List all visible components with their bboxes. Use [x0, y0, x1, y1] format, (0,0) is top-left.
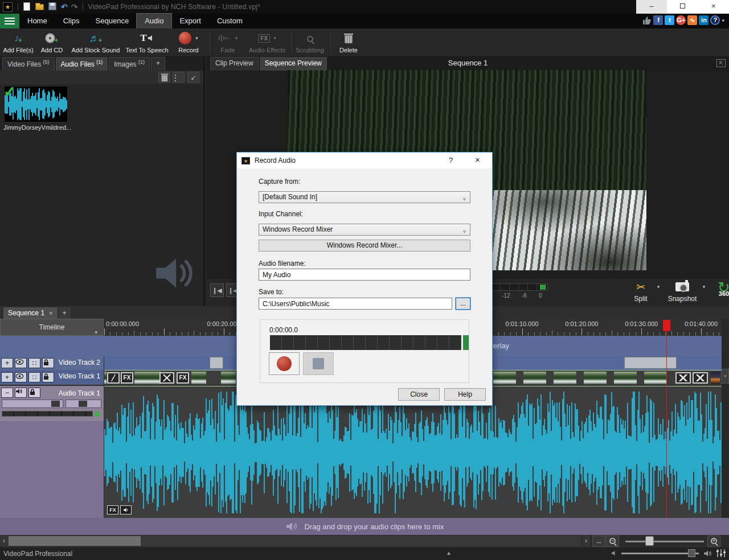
clip-thumbnail[interactable]: [554, 372, 576, 384]
dialog-close-button[interactable]: Close: [398, 388, 440, 401]
capture-from-dropdown[interactable]: [Default Sound In]˅: [259, 191, 470, 203]
volume-min-icon[interactable]: [610, 550, 617, 557]
clip-speaker-badge[interactable]: [120, 505, 132, 514]
nch-icon[interactable]: ∿: [687, 15, 697, 25]
audio-mix-band[interactable]: Drag and drop your audio clips here to m…: [0, 518, 729, 535]
pan-slider[interactable]: [65, 400, 101, 408]
eye-icon[interactable]: [15, 372, 27, 382]
audio-waveform[interactable]: [104, 386, 729, 518]
close-button[interactable]: ×: [698, 0, 729, 14]
bin-delete-icon[interactable]: [158, 72, 170, 83]
track-scroll-down-icon[interactable]: ˅: [722, 369, 729, 384]
tab-video-files[interactable]: Video Files (5): [2, 57, 55, 71]
start-record-button[interactable]: [269, 352, 300, 375]
blend-icon[interactable]: ∷: [28, 358, 40, 368]
add-cd-button[interactable]: + Add CD: [36, 30, 67, 56]
track-vertical-scrollbar[interactable]: [722, 319, 729, 518]
tab-sequence-preview[interactable]: Sequence Preview: [260, 57, 327, 71]
windows-record-mixer-button[interactable]: Windows Record Mixer...: [259, 240, 470, 252]
dialog-close-icon[interactable]: ×: [475, 155, 480, 164]
zoom-slider-handle[interactable]: [645, 536, 654, 546]
lock-icon[interactable]: [28, 388, 40, 398]
add-files-button[interactable]: ♪+ Add File(s): [1, 30, 35, 56]
clip-segment[interactable]: [210, 357, 223, 369]
video-360-button[interactable]: ↻ 360: [712, 279, 729, 302]
fade-in-icon[interactable]: [107, 372, 120, 384]
volume-slider[interactable]: [2, 400, 63, 408]
add-stock-sound-button[interactable]: ♬+ Add Stock Sound: [69, 30, 122, 56]
tab-images[interactable]: Images (1): [109, 57, 150, 71]
undo-icon[interactable]: ↶: [61, 2, 68, 11]
horizontal-scrollbar[interactable]: [8, 536, 581, 546]
zoom-slider[interactable]: [625, 541, 704, 542]
facebook-icon[interactable]: f: [653, 15, 663, 25]
googleplus-icon[interactable]: G+: [676, 15, 686, 25]
fx-badge[interactable]: FX: [121, 372, 133, 384]
caret-down-icon[interactable]: ▾: [722, 18, 724, 23]
mute-speaker-icon[interactable]: [15, 388, 27, 398]
zoom-in-icon[interactable]: +: [707, 536, 720, 547]
tab-clip-preview[interactable]: Clip Preview: [210, 57, 259, 71]
collapse-up-icon[interactable]: ▲: [446, 550, 452, 556]
snapshot-button[interactable]: Snapshot: [666, 279, 699, 305]
clip-thumbnail[interactable]: [134, 372, 161, 384]
dialog-help-icon[interactable]: ?: [449, 156, 453, 164]
tab-home[interactable]: Home: [19, 14, 55, 28]
volume-slider[interactable]: [621, 553, 699, 554]
linkedin-icon[interactable]: in: [699, 15, 708, 25]
tab-custom[interactable]: Custom: [209, 14, 251, 28]
clip-segment[interactable]: [624, 357, 677, 369]
lock-icon[interactable]: [42, 358, 54, 368]
audio-effects-button[interactable]: FX▾ Audio Effects: [246, 30, 288, 56]
add-track-icon[interactable]: +: [1, 372, 13, 382]
scroll-right-icon[interactable]: ›: [582, 536, 590, 546]
tab-audio-files[interactable]: Audio Files (1): [56, 57, 108, 71]
fit-timeline-icon[interactable]: ↔: [592, 536, 605, 547]
clip-thumbnail[interactable]: [523, 372, 546, 384]
tab-audio[interactable]: Audio: [137, 14, 171, 28]
remove-track-icon[interactable]: −: [1, 388, 13, 398]
timeline-mode-dropdown[interactable]: Timeline▾: [0, 319, 104, 336]
dialog-help-button[interactable]: Help: [444, 388, 486, 401]
list-view-icon[interactable]: [173, 72, 185, 83]
close-tab-icon[interactable]: ×: [49, 310, 52, 316]
scrollbar-thumb[interactable]: [9, 536, 141, 546]
delete-button[interactable]: Delete: [333, 30, 364, 56]
tab-add-sequence[interactable]: +: [59, 307, 71, 319]
record-button[interactable]: ▾ Record: [172, 30, 205, 56]
clip-fx-badge[interactable]: FX: [107, 505, 118, 514]
help-icon[interactable]: ?: [710, 15, 720, 25]
clip-name[interactable]: JimmyDorseyVmildred...: [3, 124, 71, 131]
clip-thumbnail[interactable]: [191, 372, 206, 384]
clip-thumbnail[interactable]: [221, 372, 236, 384]
fx-badge[interactable]: FX: [177, 372, 189, 384]
menu-icon[interactable]: [0, 14, 19, 28]
clip-thumbnail[interactable]: [711, 372, 720, 384]
tab-clips[interactable]: Clips: [55, 14, 88, 28]
mixer-icon[interactable]: [716, 549, 726, 558]
clip-thumbnail[interactable]: [614, 372, 637, 384]
dialog-title-bar[interactable]: ★ Record Audio: [237, 153, 492, 168]
save-to-input[interactable]: [259, 298, 452, 310]
eye-icon[interactable]: [15, 358, 27, 368]
input-channel-dropdown[interactable]: Windows Record Mixer˅: [259, 224, 470, 236]
playhead-line[interactable]: [666, 320, 667, 518]
detach-preview-icon[interactable]: ⇱: [716, 59, 726, 67]
shrink-panel-icon[interactable]: ↙: [187, 72, 199, 83]
redo-icon[interactable]: ↷: [71, 2, 78, 11]
like-icon[interactable]: [642, 16, 652, 25]
scrubbing-button[interactable]: Scrubbing: [294, 30, 326, 56]
volume-max-icon[interactable]: [703, 550, 712, 557]
blend-icon[interactable]: ∷: [28, 372, 40, 382]
open-project-icon[interactable]: [35, 2, 44, 11]
tab-add-bin[interactable]: +: [151, 57, 165, 71]
save-project-icon[interactable]: [48, 2, 58, 11]
new-project-icon[interactable]: [22, 2, 31, 11]
twitter-icon[interactable]: t: [665, 15, 674, 25]
go-to-start-icon[interactable]: ❙◀: [210, 283, 224, 297]
crossfade-icon[interactable]: [693, 372, 708, 384]
volume-handle[interactable]: [688, 549, 695, 557]
fade-button[interactable]: ▾ Fade: [212, 30, 244, 56]
minimize-button[interactable]: –: [636, 0, 667, 14]
stop-record-button[interactable]: [303, 352, 334, 375]
